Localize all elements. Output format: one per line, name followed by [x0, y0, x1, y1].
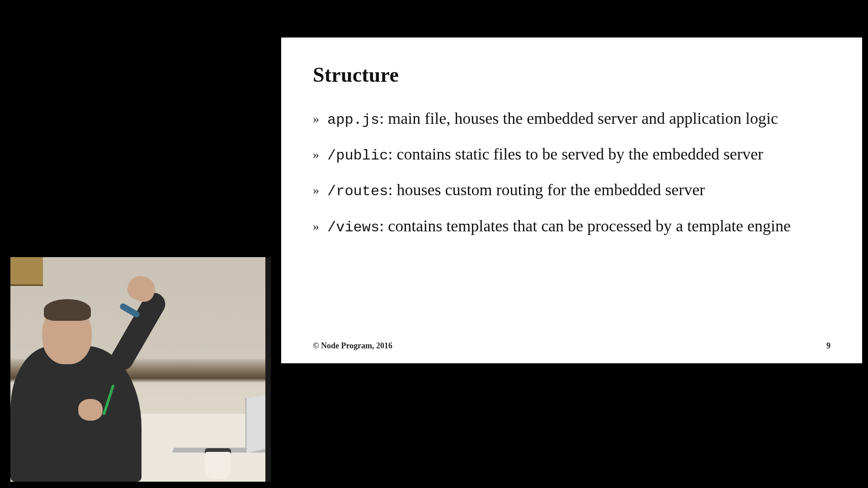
laptop-screen — [245, 393, 271, 453]
presenter — [10, 287, 160, 482]
bullet-marker-icon: » — [313, 143, 319, 165]
bullet-marker-icon: » — [313, 108, 319, 130]
list-item: » /views: contains templates that can be… — [313, 215, 830, 237]
copyright-text: © Node Program, 2016 — [313, 341, 392, 351]
list-item-body: /routes: houses custom routing for the e… — [327, 179, 830, 201]
bullet-marker-icon: » — [313, 215, 319, 237]
list-item-body: app.js: main file, houses the embedded s… — [327, 108, 830, 130]
presentation-stage: Structure » app.js: main file, houses th… — [105, 59, 763, 429]
slide: Structure » app.js: main file, houses th… — [281, 38, 862, 363]
code-token: /views — [327, 219, 379, 236]
list-item-text: : contains templates that can be process… — [379, 217, 791, 235]
list-item-text: : houses custom routing for the embedded… — [388, 181, 705, 199]
code-token: app.js — [327, 112, 379, 128]
slide-footer: © Node Program, 2016 9 — [313, 341, 830, 351]
page-number: 9 — [826, 341, 830, 351]
slide-bullet-list: » app.js: main file, houses the embedded… — [313, 108, 830, 237]
list-item-text: : contains static files to be served by … — [388, 145, 763, 163]
list-item: » app.js: main file, houses the embedded… — [313, 108, 830, 130]
code-token: /public — [327, 147, 388, 164]
code-token: /routes — [327, 183, 388, 200]
speaker-video-thumbnail — [10, 257, 271, 482]
slide-title: Structure — [313, 63, 830, 87]
list-item: » /public: contains static files to be s… — [313, 143, 830, 165]
list-item-text: : main file, houses the embedded server … — [379, 109, 778, 127]
corkboard — [10, 257, 43, 286]
list-item-body: /views: contains templates that can be p… — [327, 215, 830, 237]
list-item-body: /public: contains static files to be ser… — [327, 143, 830, 165]
paper-cup — [205, 448, 231, 479]
list-item: » /routes: houses custom routing for the… — [313, 179, 830, 201]
bullet-marker-icon: » — [313, 179, 319, 201]
